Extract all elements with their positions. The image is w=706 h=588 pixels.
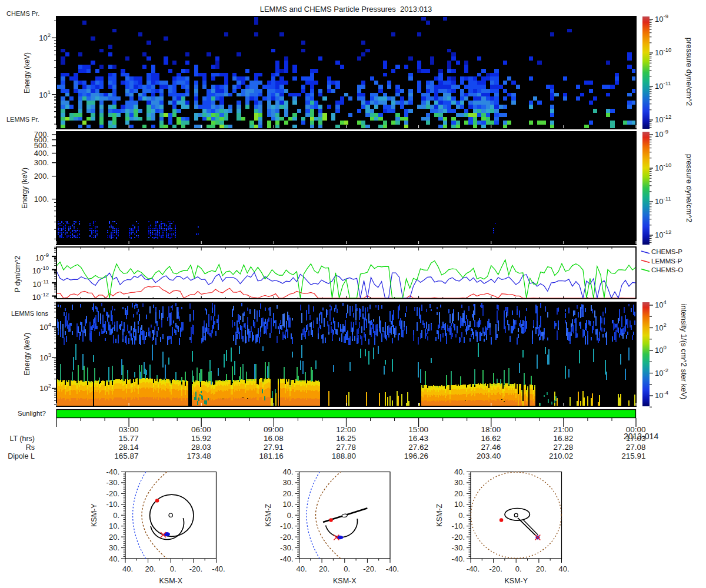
svg-text:16.43: 16.43 [408,434,428,443]
svg-text:203.40: 203.40 [477,452,501,460]
svg-text:KSM-Y: KSM-Y [504,577,528,585]
svg-text:200.: 200. [34,172,49,181]
svg-text:16.62: 16.62 [481,434,501,443]
svg-text:18:00: 18:00 [481,425,501,434]
svg-text:KSM-X: KSM-X [159,577,182,585]
svg-text:CHEMS Pr.: CHEMS Pr. [6,10,39,17]
svg-text:03:00: 03:00 [119,425,139,434]
svg-text:40.: 40. [558,564,569,573]
svg-text:-10.: -10. [280,522,293,530]
svg-text:-20.: -20. [280,533,293,542]
svg-text:-20.: -20. [452,533,465,542]
svg-text:300.: 300. [34,158,49,167]
svg-text:10.: 10. [454,500,465,509]
svg-text:0.: 0. [170,564,176,573]
svg-text:-30.: -30. [280,543,293,552]
svg-text:-40.: -40. [280,554,293,563]
svg-text:173.48: 173.48 [187,452,211,460]
svg-text:27.46: 27.46 [481,443,501,452]
svg-text:P dyn/cm^2: P dyn/cm^2 [14,256,22,292]
svg-text:27.28: 27.28 [554,443,574,452]
svg-text:0.: 0. [287,511,294,520]
svg-text:27.62: 27.62 [408,443,428,452]
svg-text:30.: 30. [109,543,119,552]
svg-text:20.: 20. [282,489,293,498]
svg-text:12:00: 12:00 [336,425,356,434]
svg-text:15:00: 15:00 [408,425,428,434]
svg-text:20.: 20. [109,533,119,542]
svg-text:-30.: -30. [452,543,465,552]
svg-text:KSM-Z: KSM-Z [435,503,444,526]
svg-text:40.: 40. [109,554,119,563]
svg-text:30.: 30. [282,478,293,487]
svg-text:LEMMS Ions: LEMMS Ions [11,310,48,317]
svg-text:-20.: -20. [489,564,502,573]
svg-text:KSM-Y: KSM-Y [90,503,98,527]
svg-text:2013-014: 2013-014 [624,432,658,441]
svg-text:20.: 20. [145,564,156,573]
svg-text:pressure dyne/cm^2: pressure dyne/cm^2 [685,154,694,223]
svg-text:LT (hrs): LT (hrs) [9,435,35,443]
svg-text:-40.: -40. [467,564,479,573]
svg-text:10.: 10. [109,522,119,530]
svg-text:10.: 10. [282,500,293,509]
svg-text:06:00: 06:00 [191,425,211,434]
svg-text:15.92: 15.92 [191,434,211,443]
svg-text:210.02: 210.02 [549,452,573,460]
svg-text:181.16: 181.16 [259,452,284,460]
svg-text:165.87: 165.87 [114,452,138,460]
svg-text:21:00: 21:00 [554,425,574,434]
svg-text:215.91: 215.91 [621,452,645,460]
svg-text:-10.: -10. [106,500,119,509]
svg-text:LEMMS and CHEMS Particle Press: LEMMS and CHEMS Particle Pressures 2013:… [260,5,432,14]
svg-text:20.: 20. [319,564,329,573]
svg-text:196.26: 196.26 [404,452,428,460]
svg-text:30.: 30. [454,478,465,487]
svg-text:0.: 0. [344,564,350,573]
svg-text:pressure dyne/cm^2: pressure dyne/cm^2 [685,38,694,106]
svg-text:20.: 20. [454,489,465,498]
svg-text:LEMMS-P: LEMMS-P [651,258,682,265]
svg-text:0.: 0. [113,511,119,520]
svg-text:-40.: -40. [452,554,465,563]
svg-text:188.80: 188.80 [332,452,356,460]
svg-text:100.: 100. [34,195,49,203]
svg-text:CHEMS-P: CHEMS-P [651,248,682,255]
svg-text:Energy (keV): Energy (keV) [23,52,31,93]
svg-text:-10.: -10. [452,522,465,530]
svg-text:KSM-X: KSM-X [333,577,357,585]
svg-text:16.25: 16.25 [336,434,356,443]
svg-text:27.08: 27.08 [626,443,646,452]
svg-text:intensity 1/(s cm^2 ster keV): intensity 1/(s cm^2 ster keV) [680,304,688,400]
svg-text:700.: 700. [34,130,49,139]
svg-text:0.: 0. [458,511,465,520]
svg-text:Rs: Rs [26,443,35,452]
svg-text:CHEMS-O: CHEMS-O [651,266,683,273]
svg-text:27.78: 27.78 [336,443,356,452]
svg-text:LEMMS Pr.: LEMMS Pr. [6,116,39,123]
svg-text:40.: 40. [282,467,293,476]
svg-text:20.: 20. [536,564,547,573]
svg-text:16.08: 16.08 [264,434,284,443]
svg-text:-40.: -40. [106,467,119,476]
svg-text:KSM-Z: KSM-Z [264,503,272,526]
svg-text:27.91: 27.91 [264,443,284,452]
svg-text:-20.: -20. [363,564,376,573]
svg-text:28.14: 28.14 [119,443,139,452]
svg-text:-20.: -20. [189,564,202,573]
svg-text:15.77: 15.77 [119,434,139,443]
svg-text:40.: 40. [454,467,465,476]
svg-text:-20.: -20. [106,489,119,498]
svg-text:40.: 40. [296,564,307,573]
svg-text:-30.: -30. [106,478,119,487]
svg-text:Dipole L: Dipole L [8,452,35,460]
svg-text:09:00: 09:00 [264,425,284,434]
svg-text:-40.: -40. [212,564,225,573]
svg-text:Energy (keV): Energy (keV) [23,333,31,376]
svg-text:40.: 40. [122,564,133,573]
svg-text:Energy (keV): Energy (keV) [21,168,29,209]
svg-text:0.: 0. [515,564,522,573]
svg-text:16.82: 16.82 [554,434,574,443]
svg-text:28.03: 28.03 [191,443,211,452]
svg-text:Sunlight?: Sunlight? [18,410,46,417]
